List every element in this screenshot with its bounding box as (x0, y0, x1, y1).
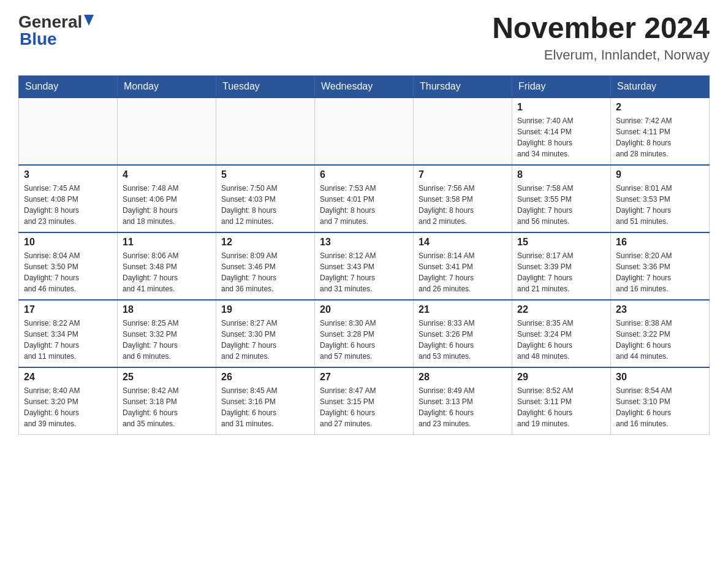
day-number: 16 (616, 237, 704, 248)
calendar-cell-2-4: 14Sunrise: 8:14 AMSunset: 3:41 PMDayligh… (414, 232, 512, 300)
day-number: 1 (517, 102, 605, 113)
calendar-cell-0-3 (315, 98, 414, 165)
day-info: Sunrise: 8:09 AMSunset: 3:46 PMDaylight:… (221, 250, 309, 294)
day-number: 12 (221, 237, 309, 248)
calendar-cell-1-0: 3Sunrise: 7:45 AMSunset: 4:08 PMDaylight… (19, 165, 118, 232)
day-info: Sunrise: 8:06 AMSunset: 3:48 PMDaylight:… (123, 250, 211, 294)
day-number: 17 (24, 304, 112, 315)
calendar-cell-0-6: 2Sunrise: 7:42 AMSunset: 4:11 PMDaylight… (611, 98, 710, 165)
day-number: 27 (320, 372, 408, 383)
day-number: 23 (616, 304, 704, 315)
calendar-cell-1-2: 5Sunrise: 7:50 AMSunset: 4:03 PMDaylight… (216, 165, 315, 232)
day-number: 28 (419, 372, 507, 383)
calendar-cell-3-6: 23Sunrise: 8:38 AMSunset: 3:22 PMDayligh… (611, 300, 710, 367)
calendar-cell-2-5: 15Sunrise: 8:17 AMSunset: 3:39 PMDayligh… (512, 232, 611, 300)
title-section: November 2024 Elverum, Innlandet, Norway (492, 12, 710, 63)
calendar-header-row: SundayMondayTuesdayWednesdayThursdayFrid… (19, 75, 710, 98)
header-saturday: Saturday (611, 75, 710, 98)
calendar-cell-4-2: 26Sunrise: 8:45 AMSunset: 3:16 PMDayligh… (216, 367, 315, 435)
svg-marker-0 (84, 15, 94, 26)
calendar-cell-2-0: 10Sunrise: 8:04 AMSunset: 3:50 PMDayligh… (19, 232, 118, 300)
day-number: 18 (123, 304, 211, 315)
day-number: 26 (221, 372, 309, 383)
calendar-cell-1-6: 9Sunrise: 8:01 AMSunset: 3:53 PMDaylight… (611, 165, 710, 232)
calendar-cell-2-6: 16Sunrise: 8:20 AMSunset: 3:36 PMDayligh… (611, 232, 710, 300)
day-number: 30 (616, 372, 704, 383)
day-number: 10 (24, 237, 112, 248)
day-info: Sunrise: 8:27 AMSunset: 3:30 PMDaylight:… (221, 318, 309, 362)
header-monday: Monday (118, 75, 216, 98)
logo-triangle-icon (84, 15, 94, 28)
calendar-cell-4-6: 30Sunrise: 8:54 AMSunset: 3:10 PMDayligh… (611, 367, 710, 435)
day-info: Sunrise: 8:22 AMSunset: 3:34 PMDaylight:… (24, 318, 112, 362)
page-header: General Blue November 2024 Elverum, Innl… (18, 12, 710, 63)
calendar-cell-4-4: 28Sunrise: 8:49 AMSunset: 3:13 PMDayligh… (414, 367, 512, 435)
day-number: 7 (419, 169, 507, 180)
header-friday: Friday (512, 75, 611, 98)
calendar-cell-2-2: 12Sunrise: 8:09 AMSunset: 3:46 PMDayligh… (216, 232, 315, 300)
week-row-5: 24Sunrise: 8:40 AMSunset: 3:20 PMDayligh… (19, 367, 710, 435)
calendar-table: SundayMondayTuesdayWednesdayThursdayFrid… (18, 75, 710, 435)
day-info: Sunrise: 8:30 AMSunset: 3:28 PMDaylight:… (320, 318, 408, 362)
week-row-4: 17Sunrise: 8:22 AMSunset: 3:34 PMDayligh… (19, 300, 710, 367)
day-number: 21 (419, 304, 507, 315)
day-number: 4 (123, 169, 211, 180)
calendar-cell-3-4: 21Sunrise: 8:33 AMSunset: 3:26 PMDayligh… (414, 300, 512, 367)
day-info: Sunrise: 7:40 AMSunset: 4:14 PMDaylight:… (517, 115, 605, 159)
day-number: 9 (616, 169, 704, 180)
day-number: 3 (24, 169, 112, 180)
calendar-cell-1-1: 4Sunrise: 7:48 AMSunset: 4:06 PMDaylight… (118, 165, 216, 232)
calendar-cell-3-3: 20Sunrise: 8:30 AMSunset: 3:28 PMDayligh… (315, 300, 414, 367)
calendar-cell-4-0: 24Sunrise: 8:40 AMSunset: 3:20 PMDayligh… (19, 367, 118, 435)
location: Elverum, Innlandet, Norway (492, 47, 710, 63)
week-row-3: 10Sunrise: 8:04 AMSunset: 3:50 PMDayligh… (19, 232, 710, 300)
day-number: 20 (320, 304, 408, 315)
day-info: Sunrise: 7:53 AMSunset: 4:01 PMDaylight:… (320, 183, 408, 227)
day-info: Sunrise: 7:50 AMSunset: 4:03 PMDaylight:… (221, 183, 309, 227)
day-info: Sunrise: 8:17 AMSunset: 3:39 PMDaylight:… (517, 250, 605, 294)
header-sunday: Sunday (19, 75, 118, 98)
day-number: 29 (517, 372, 605, 383)
calendar-cell-3-2: 19Sunrise: 8:27 AMSunset: 3:30 PMDayligh… (216, 300, 315, 367)
logo: General Blue (18, 12, 94, 49)
day-info: Sunrise: 8:14 AMSunset: 3:41 PMDaylight:… (419, 250, 507, 294)
calendar-cell-1-4: 7Sunrise: 7:56 AMSunset: 3:58 PMDaylight… (414, 165, 512, 232)
day-number: 6 (320, 169, 408, 180)
day-number: 15 (517, 237, 605, 248)
day-info: Sunrise: 8:47 AMSunset: 3:15 PMDaylight:… (320, 385, 408, 429)
calendar-cell-0-5: 1Sunrise: 7:40 AMSunset: 4:14 PMDaylight… (512, 98, 611, 165)
header-tuesday: Tuesday (216, 75, 315, 98)
header-thursday: Thursday (414, 75, 512, 98)
day-info: Sunrise: 8:45 AMSunset: 3:16 PMDaylight:… (221, 385, 309, 429)
logo-blue-text: Blue (20, 29, 57, 49)
day-info: Sunrise: 7:48 AMSunset: 4:06 PMDaylight:… (123, 183, 211, 227)
calendar-cell-4-5: 29Sunrise: 8:52 AMSunset: 3:11 PMDayligh… (512, 367, 611, 435)
day-number: 5 (221, 169, 309, 180)
calendar-cell-2-1: 11Sunrise: 8:06 AMSunset: 3:48 PMDayligh… (118, 232, 216, 300)
day-info: Sunrise: 8:52 AMSunset: 3:11 PMDaylight:… (517, 385, 605, 429)
day-number: 8 (517, 169, 605, 180)
day-info: Sunrise: 8:33 AMSunset: 3:26 PMDaylight:… (419, 318, 507, 362)
day-number: 24 (24, 372, 112, 383)
calendar-cell-2-3: 13Sunrise: 8:12 AMSunset: 3:43 PMDayligh… (315, 232, 414, 300)
calendar-cell-1-5: 8Sunrise: 7:58 AMSunset: 3:55 PMDaylight… (512, 165, 611, 232)
week-row-2: 3Sunrise: 7:45 AMSunset: 4:08 PMDaylight… (19, 165, 710, 232)
day-info: Sunrise: 8:35 AMSunset: 3:24 PMDaylight:… (517, 318, 605, 362)
day-number: 11 (123, 237, 211, 248)
calendar-cell-4-3: 27Sunrise: 8:47 AMSunset: 3:15 PMDayligh… (315, 367, 414, 435)
day-info: Sunrise: 8:01 AMSunset: 3:53 PMDaylight:… (616, 183, 704, 227)
calendar-cell-0-4 (414, 98, 512, 165)
day-number: 14 (419, 237, 507, 248)
day-info: Sunrise: 8:40 AMSunset: 3:20 PMDaylight:… (24, 385, 112, 429)
day-info: Sunrise: 8:38 AMSunset: 3:22 PMDaylight:… (616, 318, 704, 362)
header-wednesday: Wednesday (315, 75, 414, 98)
day-info: Sunrise: 8:12 AMSunset: 3:43 PMDaylight:… (320, 250, 408, 294)
week-row-1: 1Sunrise: 7:40 AMSunset: 4:14 PMDaylight… (19, 98, 710, 165)
calendar-cell-0-2 (216, 98, 315, 165)
day-number: 19 (221, 304, 309, 315)
day-number: 22 (517, 304, 605, 315)
day-info: Sunrise: 8:04 AMSunset: 3:50 PMDaylight:… (24, 250, 112, 294)
day-number: 25 (123, 372, 211, 383)
day-info: Sunrise: 8:54 AMSunset: 3:10 PMDaylight:… (616, 385, 704, 429)
day-info: Sunrise: 7:56 AMSunset: 3:58 PMDaylight:… (419, 183, 507, 227)
